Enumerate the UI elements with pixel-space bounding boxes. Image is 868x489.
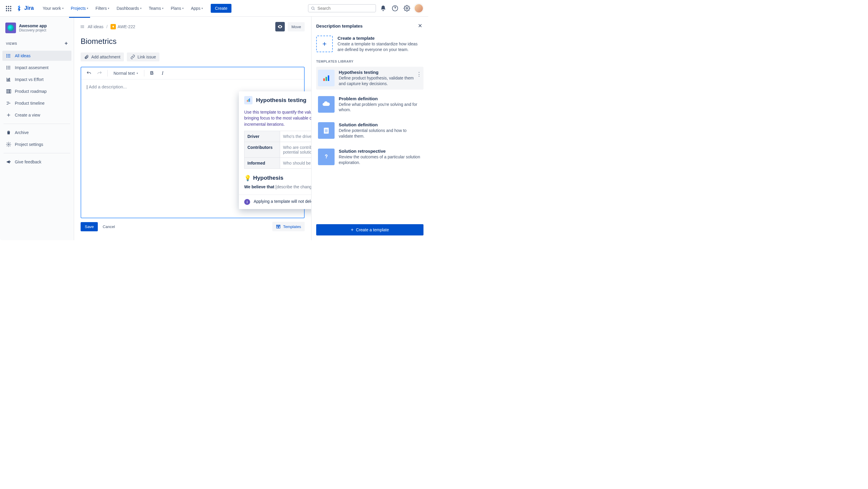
- preview-h2: 💡Hypothesis: [244, 175, 311, 181]
- svg-rect-37: [279, 226, 280, 228]
- notifications-icon[interactable]: [378, 4, 388, 13]
- template-card-hypothesis[interactable]: Hypothesis testing Define product hypoth…: [316, 67, 424, 90]
- sidebar-project-settings[interactable]: Project settings: [2, 139, 71, 149]
- watch-button[interactable]: [275, 22, 285, 31]
- svg-rect-43: [328, 75, 329, 81]
- redo-button[interactable]: [95, 69, 104, 78]
- jira-logo[interactable]: Jira: [16, 5, 34, 12]
- breadcrumb-issue-key[interactable]: AWE-222: [111, 24, 135, 29]
- bold-button[interactable]: B: [148, 69, 156, 78]
- svg-point-29: [81, 26, 81, 26]
- svg-rect-38: [247, 100, 248, 102]
- plus-dashed-icon: +: [316, 36, 333, 52]
- nav-your-work[interactable]: Your work▾: [40, 4, 67, 13]
- svg-point-51: [328, 127, 328, 128]
- svg-point-8: [6, 57, 7, 58]
- sidebar-item-product-roadmap[interactable]: Product roadmap: [2, 86, 71, 96]
- user-avatar[interactable]: [414, 4, 424, 13]
- megaphone-icon: [6, 159, 11, 165]
- gear-icon: [6, 142, 11, 147]
- template-card-problem[interactable]: Problem definition Define what problem y…: [316, 93, 424, 116]
- svg-rect-39: [248, 99, 249, 102]
- nav-plans[interactable]: Plans▾: [168, 4, 187, 13]
- undo-button[interactable]: [85, 69, 93, 78]
- svg-rect-15: [8, 79, 8, 81]
- sidebar-item-impact-vs-effort[interactable]: Impact vs Effort: [2, 75, 71, 85]
- create-template-button[interactable]: + Create a template: [316, 224, 424, 235]
- logo-text: Jira: [24, 5, 34, 11]
- search-input[interactable]: [317, 6, 373, 11]
- search-icon: [311, 6, 315, 11]
- editor-placeholder: Add a description...: [89, 84, 127, 89]
- add-view-icon[interactable]: +: [65, 40, 68, 47]
- template-card-solution-retro[interactable]: Solution retrospective Review the outcom…: [316, 146, 424, 168]
- templates-button[interactable]: Templates: [272, 222, 305, 231]
- notepad-icon: [318, 122, 335, 139]
- board-icon: [6, 89, 11, 94]
- settings-icon[interactable]: [402, 4, 412, 13]
- template-card-solution-def[interactable]: Solution definition Define potential sol…: [316, 119, 424, 142]
- attachment-icon: [84, 55, 89, 59]
- svg-point-31: [81, 28, 81, 28]
- nav-dashboards[interactable]: Dashboards▾: [114, 4, 145, 13]
- preview-hypothesis-line: We believe that [describe the change we …: [244, 184, 311, 189]
- svg-point-32: [112, 26, 114, 27]
- nav-filters[interactable]: Filters▾: [92, 4, 112, 13]
- create-template-card[interactable]: + Create a template Create a template to…: [316, 34, 424, 54]
- svg-point-30: [81, 26, 81, 27]
- project-type: Discovery project: [19, 28, 47, 32]
- matrix-icon: [6, 77, 11, 82]
- nav-projects[interactable]: Projects▾: [68, 4, 92, 13]
- project-header[interactable]: Awesome app Discovery project: [2, 23, 71, 36]
- top-navigation: Jira Your work▾ Projects▾ Filters▾ Dashb…: [0, 0, 428, 17]
- editor-toolbar: Normal text▾ B I: [81, 67, 304, 80]
- svg-rect-17: [6, 90, 8, 93]
- svg-rect-40: [249, 98, 250, 102]
- project-sidebar: Awesome app Discovery project VIEWS + Al…: [0, 17, 74, 240]
- sidebar-item-product-timeline[interactable]: Product timeline: [2, 98, 71, 108]
- bars-icon: [318, 70, 335, 86]
- svg-rect-19: [10, 90, 11, 93]
- template-overflow-menu[interactable]: ⋮: [416, 71, 422, 78]
- preview-table: DriverWho's the driver for this explorat…: [244, 131, 311, 169]
- add-attachment-button[interactable]: Add attachment: [81, 53, 124, 61]
- move-button[interactable]: Move: [288, 22, 305, 31]
- app-switcher-icon[interactable]: [5, 5, 12, 12]
- plus-icon: [6, 112, 11, 118]
- idea-title[interactable]: Biometrics: [81, 37, 305, 46]
- text-style-dropdown[interactable]: Normal text▾: [111, 70, 141, 77]
- svg-point-25: [8, 144, 9, 145]
- sidebar-archive[interactable]: Archive: [2, 127, 71, 138]
- cancel-button[interactable]: Cancel: [102, 225, 115, 229]
- project-icon: [5, 23, 16, 33]
- timeline-icon: [6, 100, 11, 106]
- svg-point-48: [324, 127, 325, 128]
- create-button[interactable]: Create: [211, 4, 231, 13]
- nav-apps[interactable]: Apps▾: [188, 4, 206, 13]
- sidebar-item-impact-assessment[interactable]: Impact assesment: [2, 63, 71, 73]
- svg-rect-16: [9, 78, 10, 81]
- save-button[interactable]: Save: [81, 222, 98, 231]
- views-heading: VIEWS: [6, 42, 17, 46]
- list-icon: [6, 65, 11, 70]
- svg-point-14: [6, 69, 7, 69]
- link-issue-button[interactable]: Link issue: [127, 53, 159, 61]
- sidebar-item-all-ideas[interactable]: All ideas: [2, 51, 71, 61]
- panel-title: Description templates: [316, 23, 363, 28]
- breadcrumb-root[interactable]: All ideas: [88, 24, 103, 29]
- project-name: Awesome app: [19, 23, 47, 28]
- svg-point-6: [6, 54, 7, 55]
- nav-teams[interactable]: Teams▾: [146, 4, 166, 13]
- search-box[interactable]: [308, 4, 376, 12]
- close-panel-button[interactable]: ✕: [417, 21, 424, 30]
- svg-point-2: [406, 7, 408, 9]
- cloud-icon: [318, 96, 335, 113]
- question-icon: [318, 149, 335, 165]
- sidebar-create-view[interactable]: Create a view: [2, 110, 71, 120]
- help-icon[interactable]: [390, 4, 400, 13]
- idea-type-icon: [111, 24, 116, 29]
- svg-point-7: [6, 55, 7, 56]
- italic-button[interactable]: I: [159, 69, 167, 78]
- svg-point-34: [280, 26, 281, 27]
- sidebar-feedback[interactable]: Give feedback: [2, 157, 71, 167]
